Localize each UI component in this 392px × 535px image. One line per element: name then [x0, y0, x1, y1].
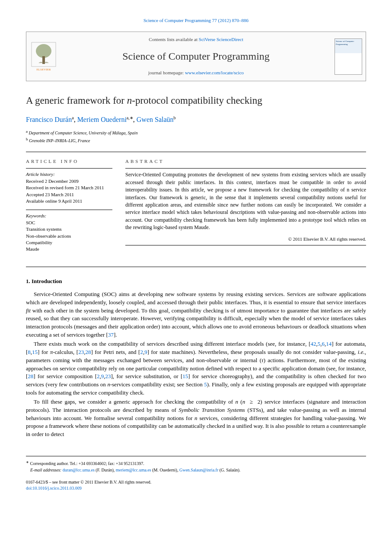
journal-name: Science of Computer Programming: [65, 49, 327, 64]
keyword: Transition systems: [26, 226, 112, 232]
citation-ref[interactable]: 14: [326, 341, 331, 347]
citation-header: Science of Computer Programming 77 (2012…: [26, 17, 366, 24]
keyword: SOC: [26, 220, 112, 226]
author-link[interactable]: Francisco Durán: [26, 116, 72, 123]
body-paragraph: Service-Oriented Computing (SOC) aims at…: [26, 290, 366, 339]
authors-line: Francisco Durána, Meriem Ouedernia,∗, Gw…: [26, 115, 366, 125]
citation-ref[interactable]: 37: [108, 331, 114, 338]
author-link[interactable]: Meriem Ouederni: [77, 116, 127, 123]
email-addresses: E-mail addresses: duran@lcc.uma.es (F. D…: [26, 467, 366, 473]
citation-ref[interactable]: 5: [318, 341, 321, 347]
corresponding-author: ∗ Corresponding author. Tel.: +34 693364…: [26, 460, 366, 467]
citation-ref[interactable]: 28: [85, 349, 91, 355]
svg-text:ELSEVIER: ELSEVIER: [36, 68, 51, 71]
citation-ref[interactable]: 28: [28, 373, 33, 379]
footer-block: ∗ Corresponding author. Tel.: +34 693364…: [26, 456, 366, 491]
affiliations: a Department of Computer Science, Univer…: [26, 129, 366, 144]
citation-ref[interactable]: 8: [28, 349, 31, 355]
abstract-column: ABSTRACT Service-Oriented Computing prom…: [125, 158, 366, 258]
issn-line: 0167-6423/$ – see front matter © 2011 El…: [26, 479, 366, 485]
article-title: A generic framework for n-protocol compa…: [26, 94, 366, 107]
article-info-column: ARTICLE INFO Article history: Received 2…: [26, 158, 112, 258]
sciencedirect-link[interactable]: SciVerse ScienceDirect: [199, 37, 243, 42]
history-line: Received 2 December 2009: [26, 178, 112, 185]
email-link[interactable]: Gwen.Salaun@inria.fr: [179, 468, 218, 472]
journal-cover-thumbnail: Science of Computer Programming: [331, 32, 366, 80]
section-heading-introduction: 1. Introduction: [26, 277, 366, 285]
citation-ref[interactable]: 23: [105, 373, 111, 379]
citation-link[interactable]: Science of Computer Programming 77 (2012…: [143, 18, 249, 23]
citation-ref[interactable]: 6: [322, 341, 325, 347]
keyword: Compatibility: [26, 239, 112, 246]
history-label: Article history:: [26, 171, 112, 178]
elsevier-logo: ELSEVIER: [26, 32, 61, 80]
citation-ref[interactable]: 9: [101, 373, 104, 379]
journal-header-box: ELSEVIER Contents lists available at Sci…: [26, 32, 366, 81]
body-paragraph: There exists much work on the compatibil…: [26, 340, 366, 397]
history-line: Available online 9 April 2011: [26, 198, 112, 204]
email-link[interactable]: duran@lcc.uma.es: [63, 468, 95, 472]
author-link[interactable]: Gwen Salaün: [137, 116, 174, 123]
doi-link[interactable]: doi:10.1016/j.scico.2011.03.009: [26, 486, 82, 490]
citation-ref[interactable]: 23: [78, 349, 84, 355]
abstract-heading: ABSTRACT: [125, 158, 366, 165]
citation-ref[interactable]: 2: [97, 373, 100, 379]
history-line: Accepted 23 March 2011: [26, 191, 112, 198]
divider: [26, 267, 366, 267]
svg-point-1: [36, 44, 51, 58]
abstract-copyright: © 2011 Elsevier B.V. All rights reserved…: [125, 236, 366, 242]
contents-available-line: Contents lists available at SciVerse Sci…: [65, 36, 327, 43]
citation-ref[interactable]: 2: [140, 349, 143, 355]
citation-ref[interactable]: 15: [32, 349, 38, 355]
divider: [26, 152, 366, 152]
citation-ref[interactable]: 9: [144, 349, 147, 355]
keywords-label: Keywords:: [26, 213, 112, 219]
section-ref[interactable]: 5: [204, 381, 207, 388]
email-link[interactable]: meriem@lcc.uma.es: [116, 468, 151, 472]
citation-ref[interactable]: 42: [311, 341, 316, 347]
article-info-heading: ARTICLE INFO: [26, 158, 112, 165]
doi-line: doi:10.1016/j.scico.2011.03.009: [26, 485, 366, 491]
keyword: Non-observable actions: [26, 233, 112, 239]
history-line: Received in revised form 21 March 2011: [26, 185, 112, 191]
body-paragraph: To fill these gaps, we consider a generi…: [26, 398, 366, 439]
homepage-link[interactable]: www.elsevier.com/locate/scico: [185, 70, 244, 75]
citation-ref[interactable]: 15: [182, 373, 188, 379]
homepage-line: journal homepage: www.elsevier.com/locat…: [65, 70, 327, 76]
elsevier-tree-icon: ELSEVIER: [31, 41, 57, 72]
abstract-text: Service-Oriented Computing promotes the …: [125, 171, 366, 231]
keyword: Maude: [26, 246, 112, 252]
